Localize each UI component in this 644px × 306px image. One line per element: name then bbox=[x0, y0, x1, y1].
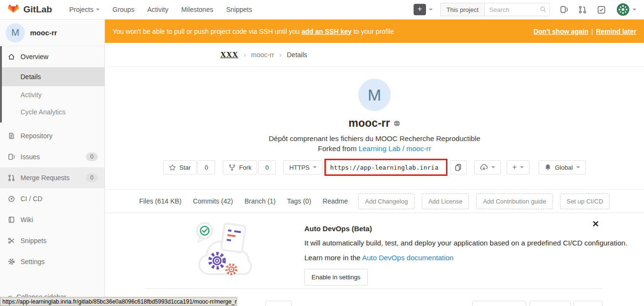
remind-later-link[interactable]: Remind later bbox=[596, 28, 636, 35]
add-dropdown[interactable]: + bbox=[507, 160, 530, 174]
document-icon bbox=[8, 132, 15, 140]
gitlab-project-page: GitLab Projects Groups Activity Mileston… bbox=[0, 0, 644, 306]
download-dropdown[interactable] bbox=[474, 160, 501, 174]
copy-url-button[interactable] bbox=[450, 160, 467, 174]
project-title: mooc-rr bbox=[349, 117, 390, 130]
sidebar-item-ci-cd[interactable]: CI / CD bbox=[0, 188, 104, 209]
sidebar-project-header[interactable]: M mooc-rr bbox=[0, 20, 104, 46]
add-license-button[interactable]: Add License bbox=[422, 194, 469, 209]
tags-link[interactable]: Tags (0) bbox=[287, 197, 312, 205]
partial-button[interactable] bbox=[265, 301, 292, 306]
clone-url-input[interactable] bbox=[326, 160, 446, 174]
clone-url-annotation-box bbox=[324, 159, 447, 176]
public-globe-icon bbox=[394, 120, 400, 127]
sidebar-item-details[interactable]: Details bbox=[0, 67, 104, 86]
merge-requests-icon[interactable] bbox=[578, 5, 587, 14]
nav-snippets[interactable]: Snippets bbox=[226, 6, 252, 13]
merge-request-icon bbox=[8, 174, 15, 182]
partial-button[interactable] bbox=[472, 301, 526, 306]
gear-icon bbox=[8, 258, 15, 265]
book-icon bbox=[8, 216, 15, 224]
dont-show-again-link[interactable]: Don't show again bbox=[533, 28, 588, 35]
tanuki-logo-icon bbox=[8, 4, 19, 15]
sidebar-item-issues[interactable]: Issues 0 bbox=[0, 146, 104, 167]
devops-docs-link[interactable]: Auto DevOps documentation bbox=[362, 254, 454, 262]
project-avatar: M bbox=[6, 23, 25, 42]
chevron-down-icon bbox=[429, 9, 433, 10]
partial-button[interactable] bbox=[573, 301, 602, 306]
chevron-down-icon bbox=[313, 166, 317, 168]
header-icon-group bbox=[560, 3, 636, 16]
project-sidebar: M mooc-rr Overview Details Activity Cycl… bbox=[0, 20, 105, 306]
breadcrumb-project[interactable]: mooc-rr bbox=[251, 51, 274, 59]
project-description: Dépôt comprenant les fichiers du MOOC Re… bbox=[269, 134, 480, 143]
project-avatar-large: M bbox=[358, 79, 391, 111]
readme-link[interactable]: Readme bbox=[322, 197, 348, 205]
copy-icon bbox=[455, 163, 462, 171]
breadcrumb-separator: › bbox=[244, 51, 246, 59]
new-menu-dropdown[interactable]: + bbox=[414, 4, 433, 15]
sidebar-item-wiki[interactable]: Wiki bbox=[0, 209, 104, 230]
sidebar-item-overview[interactable]: Overview bbox=[0, 46, 104, 67]
project-name: mooc-rr bbox=[30, 29, 57, 37]
nav-projects[interactable]: Projects bbox=[69, 6, 100, 13]
devops-learn-more: Learn more in the Auto DevOps documentat… bbox=[304, 254, 627, 262]
add-contribution-guide-button[interactable]: Add Contribution guide bbox=[476, 194, 552, 209]
branch-link[interactable]: Branch (1) bbox=[244, 197, 275, 205]
devops-title: Auto DevOps (Beta) bbox=[304, 224, 627, 233]
nav-activity[interactable]: Activity bbox=[147, 6, 168, 13]
auto-devops-callout: Auto DevOps (Beta) It will automatically… bbox=[105, 213, 644, 288]
todos-icon[interactable] bbox=[597, 5, 605, 14]
notification-dropdown[interactable]: Global bbox=[539, 160, 586, 174]
fork-icon bbox=[229, 164, 236, 171]
banner-actions: Don't show again|Remind later bbox=[533, 28, 636, 35]
section-divider bbox=[145, 288, 602, 289]
gitlab-logo-link[interactable]: GitLab bbox=[8, 4, 52, 15]
chevron-down-icon bbox=[96, 9, 100, 10]
user-menu[interactable] bbox=[617, 3, 636, 16]
sidebar-item-cycle-analytics[interactable]: Cycle Analytics bbox=[0, 103, 104, 121]
star-button[interactable]: Star bbox=[163, 160, 197, 174]
fork-count[interactable]: 0 bbox=[258, 160, 276, 174]
issues-dashboard-icon[interactable] bbox=[560, 5, 568, 14]
top-header: GitLab Projects Groups Activity Mileston… bbox=[0, 0, 644, 20]
breadcrumb-user[interactable]: XXX bbox=[220, 51, 239, 59]
files-link[interactable]: Files (614 KB) bbox=[139, 197, 182, 205]
commits-link[interactable]: Commits (42) bbox=[193, 197, 233, 205]
scissors-icon bbox=[8, 237, 15, 245]
nav-groups[interactable]: Groups bbox=[113, 6, 135, 13]
partial-button[interactable] bbox=[530, 301, 571, 306]
close-icon[interactable]: ✕ bbox=[592, 221, 599, 227]
download-icon bbox=[480, 163, 488, 171]
sidebar-item-repository[interactable]: Repository bbox=[0, 125, 104, 146]
user-avatar bbox=[617, 3, 629, 16]
devops-description: It will automatically build, test, and d… bbox=[304, 239, 627, 247]
protocol-dropdown[interactable]: HTTPS bbox=[283, 160, 322, 174]
merge-requests-count-badge: 0 bbox=[86, 173, 98, 182]
active-section-indicator bbox=[0, 46, 2, 122]
sidebar-item-snippets[interactable]: Snippets bbox=[0, 230, 104, 251]
sidebar-item-settings[interactable]: Settings bbox=[0, 251, 104, 272]
add-changelog-button[interactable]: Add Changelog bbox=[358, 194, 415, 209]
search-icon bbox=[540, 6, 547, 13]
sidebar-gap bbox=[0, 121, 104, 125]
add-ssh-key-link[interactable]: add an SSH key bbox=[301, 28, 352, 35]
enable-in-settings-button[interactable]: Enable in settings bbox=[304, 269, 368, 286]
forked-from-line: Forked from Learning Lab / mooc-rr bbox=[318, 144, 431, 153]
project-actions-row: Star 0 Fork 0 HTTPS bbox=[163, 159, 586, 176]
chevron-down-icon bbox=[576, 166, 580, 168]
fork-button[interactable]: Fork bbox=[223, 160, 257, 174]
devops-text-block: Auto DevOps (Beta) It will automatically… bbox=[304, 224, 627, 286]
sidebar-item-activity[interactable]: Activity bbox=[0, 86, 104, 103]
sidebar-item-merge-requests[interactable]: Merge Requests 0 bbox=[0, 167, 104, 188]
nav-milestones[interactable]: Milestones bbox=[181, 6, 213, 13]
main-content: XXX › mooc-rr › Details M mooc-rr Dépôt … bbox=[105, 43, 644, 306]
breadcrumb-current[interactable]: Details bbox=[287, 51, 307, 59]
breadcrumb-separator: › bbox=[280, 51, 282, 59]
sidebar-item-label: Overview bbox=[21, 53, 48, 61]
star-count[interactable]: 0 bbox=[197, 160, 215, 174]
setup-cicd-button[interactable]: Set up CI/CD bbox=[560, 194, 610, 209]
search-scope-label: This project bbox=[440, 3, 484, 16]
home-icon bbox=[8, 53, 15, 61]
forked-from-link[interactable]: Learning Lab / mooc-rr bbox=[359, 144, 431, 153]
